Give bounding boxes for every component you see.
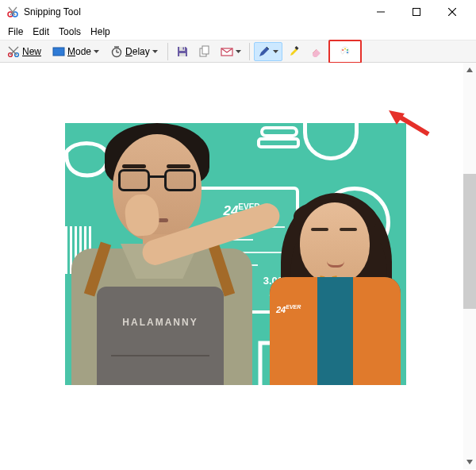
delay-button[interactable]: Delay — [106, 42, 163, 61]
toolbar-separator — [167, 43, 168, 60]
svg-rect-12 — [53, 48, 64, 56]
photo-person-right: 24EVER — [244, 196, 406, 385]
titlebar: Snipping Tool — [0, 0, 476, 24]
toolbar-separator — [249, 43, 250, 60]
mode-rect-icon — [52, 45, 65, 58]
eraser-icon — [310, 45, 323, 58]
send-snip-button[interactable] — [217, 42, 245, 61]
window-title: Snipping Tool — [24, 6, 363, 17]
snip-canvas[interactable]: 24EVER 3.00.00 — [65, 123, 406, 385]
menu-edit[interactable]: Edit — [28, 25, 54, 39]
minimize-button[interactable] — [363, 0, 398, 24]
maximize-button[interactable] — [398, 0, 434, 24]
save-button[interactable] — [172, 42, 193, 61]
svg-line-11 — [10, 47, 18, 55]
pen-button[interactable] — [254, 42, 282, 61]
menubar: File Edit Tools Help — [0, 24, 476, 40]
mode-button[interactable]: Mode — [48, 42, 105, 61]
menu-help[interactable]: Help — [86, 25, 115, 39]
svg-rect-18 — [179, 53, 186, 56]
new-label: New — [22, 46, 41, 57]
svg-point-26 — [347, 49, 348, 51]
menu-tools[interactable]: Tools — [54, 25, 86, 39]
close-button[interactable] — [434, 0, 470, 24]
svg-rect-19 — [182, 47, 184, 49]
content-area: 24EVER 3.00.00 — [0, 63, 476, 469]
app-icon — [6, 6, 19, 18]
svg-line-10 — [9, 47, 17, 55]
mode-label: Mode — [67, 46, 91, 57]
pen-icon — [258, 45, 271, 58]
dropdown-arrow-icon — [152, 50, 158, 53]
scissors-icon — [7, 45, 20, 58]
svg-rect-5 — [413, 9, 420, 16]
new-snip-button[interactable]: New — [3, 42, 47, 61]
copy-button[interactable] — [194, 42, 215, 61]
toolbar: New Mode Delay — [0, 40, 476, 63]
clock-icon — [110, 45, 123, 58]
apron-text: HALAMANNY — [97, 317, 224, 328]
menu-file[interactable]: File — [3, 25, 28, 39]
save-icon — [176, 45, 189, 58]
envelope-icon — [221, 45, 233, 58]
scroll-up-icon[interactable] — [466, 66, 474, 74]
dropdown-arrow-icon — [94, 50, 99, 53]
svg-point-25 — [344, 48, 346, 49]
scrollbar-thumb[interactable] — [463, 174, 476, 309]
eraser-button[interactable] — [306, 42, 327, 61]
scroll-down-icon[interactable] — [466, 458, 474, 466]
canvas-viewport: 24EVER 3.00.00 — [0, 63, 476, 469]
svg-rect-21 — [202, 46, 209, 54]
highlighter-icon — [288, 45, 301, 58]
svg-point-24 — [342, 49, 344, 51]
copy-icon — [198, 45, 211, 58]
window-controls — [363, 0, 470, 24]
dropdown-arrow-icon — [273, 50, 278, 53]
vest-logo: 24EVER — [276, 304, 301, 314]
delay-label: Delay — [125, 46, 150, 57]
vertical-scrollbar[interactable] — [463, 63, 476, 469]
highlighter-button[interactable] — [284, 42, 305, 61]
dropdown-arrow-icon — [236, 50, 241, 53]
edit-with-paint3d-button[interactable] — [328, 40, 362, 64]
svg-point-27 — [347, 52, 348, 53]
bg-cup-icon — [303, 123, 359, 160]
paint-3d-icon — [339, 45, 351, 58]
